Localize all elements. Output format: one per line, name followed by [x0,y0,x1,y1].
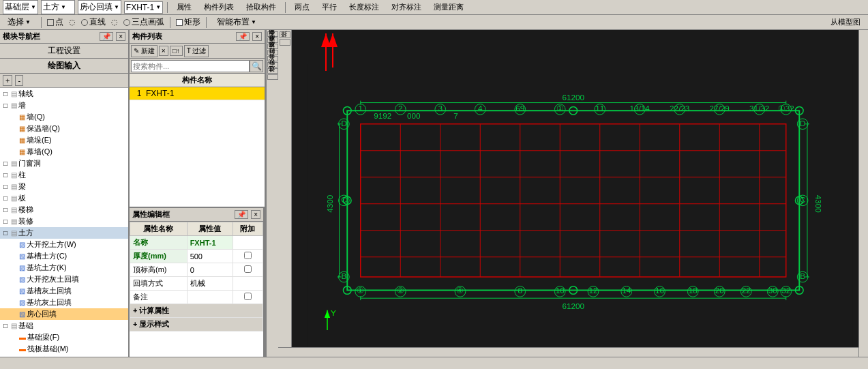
svg-text:C: C [341,195,346,204]
tree-item-wall-q[interactable]: ▦ 墙(Q) [0,111,128,123]
tree-item-wall[interactable]: □ ▤ 墙 [0,100,128,111]
tree-item-curtain[interactable]: ▦ 幕墙(Q) [0,146,128,158]
tree-item-column[interactable]: □ ▤ 柱 [0,169,128,181]
svg-text:3: 3 [438,104,443,113]
rect-checkbox[interactable] [176,19,183,26]
tree-item-slab[interactable]: □ ▤ 板 [0,192,128,204]
attr-value-thickness[interactable]: 500 [187,250,233,263]
attr-section-calc[interactable]: + 计算属性 [130,304,263,318]
tree-item-big-excavation[interactable]: ▧ 大开挖土方(W) [0,239,128,250]
attr-name-topelev: 顶标高(m) [130,263,188,277]
tree-item-insulation[interactable]: ▦ 保温墙(Q) [0,123,128,134]
parallel-button[interactable]: 平行 [317,1,342,14]
close-button[interactable]: × [251,210,260,219]
attr-col-name: 属性名称 [130,222,188,236]
chevron-down-icon: ▼ [155,4,161,10]
dropdown-foundation[interactable]: 基础层 ▼ [3,0,38,14]
svg-text:18: 18 [689,286,698,295]
pin-button[interactable]: 📌 [100,32,113,41]
separator [170,17,170,28]
nonstandard-button[interactable]: 非标准 [267,44,278,49]
tree-item-found-beam[interactable]: ▬ 基础梁(F) [0,331,128,343]
length-mark-button[interactable]: 长度标注 [344,1,384,14]
tree-item-decoration[interactable]: □ ▤ 装修 [0,216,128,227]
pin-button[interactable]: 📌 [236,32,250,41]
from-model-button[interactable]: 从模型图 [826,16,865,29]
attr-value-topelev[interactable]: 0 [187,263,233,277]
merge-button[interactable]: 合并 [267,62,278,68]
side-view-button[interactable]: 侧立面 [267,38,278,43]
delete-component-button[interactable]: × [159,46,168,56]
left-panel: 模块导航栏 📌 × 工程设置 绘图输入 + - □ ▤ 轴线 □ ▤ [0,30,130,357]
pick-canvas-button[interactable]: 择 [280,39,290,46]
front-view-button[interactable]: 正立面 [267,31,278,37]
close-button[interactable]: × [252,32,262,41]
select-button[interactable]: 选择 ▼ [3,15,35,29]
search-button[interactable]: 🔍 [250,60,263,72]
canvas-area[interactable]: 选 择 [278,30,868,357]
earth-icon: ▧ [19,252,25,260]
measure-distance-button[interactable]: 测量距离 [429,1,468,14]
tree-item-doorwindow[interactable]: □ ▤ 门窗洞 [0,158,128,169]
filter-button[interactable]: T 过滤 [184,45,209,57]
attr-row-thickness: 厚度(mm) 500 [130,250,263,263]
filter-sel-button[interactable]: 选过 [267,74,278,80]
tree-item-big-fill[interactable]: ▧ 大开挖灰土回填 [0,274,128,285]
pick-component-button[interactable]: 拾取构件 [241,1,281,14]
split-button[interactable]: 分割 [267,68,278,74]
svg-text:D: D [800,119,805,128]
tree-item-axis[interactable]: □ ▤ 轴线 [0,88,128,100]
tree-item-slot-fill[interactable]: ▧ 基槽灰土回填 [0,285,128,297]
arc-radio[interactable]: 三点画弧 [123,16,164,28]
dropdown-earthwork[interactable]: 土方 ▼ [41,0,75,14]
attr-value-fillmethod[interactable]: 机械 [187,277,233,291]
two-point-button[interactable]: 两点 [290,1,314,14]
attr-section-display[interactable]: + 显示样式 [130,318,263,331]
attr-value-remark[interactable] [187,291,233,304]
attr-check-thickness[interactable] [233,250,263,263]
close-button[interactable]: × [116,32,125,41]
align-mark-button[interactable]: 对齐标注 [387,1,426,14]
svg-text:14: 14 [622,286,631,295]
folder-icon: ▤ [11,218,17,225]
tree-item-beam[interactable]: □ ▤ 梁 [0,181,128,192]
component-list-button[interactable]: 构件列表 [199,1,239,14]
search-bar: 🔍 [130,59,265,74]
attr-row-remark: 备注 [130,291,263,304]
break-button[interactable]: 打断 [267,56,278,61]
pin-button[interactable]: 📌 [235,210,248,219]
tree-item-earthwork[interactable]: □ ▤ 土方 [0,227,128,239]
vertical-scrollbar[interactable] [858,30,868,357]
collapse-button[interactable]: - [15,75,23,86]
tree-item-foundation-earth[interactable]: ▧ 基槽土方(C) [0,250,128,262]
dropdown-roomfill[interactable]: 房心回填 ▼ [78,0,121,14]
dropdown-fxht[interactable]: FXHT-1 ▼ [124,1,163,14]
tree-item-pit-earth[interactable]: ▧ 基坑土方(K) [0,262,128,274]
search-input[interactable] [131,60,250,72]
attr-check-remark[interactable] [233,291,263,304]
tree-item-stair[interactable]: □ ▤ 楼梯 [0,204,128,216]
svg-text:27/29: 27/29 [710,104,730,113]
tree-item-room-fill[interactable]: ▧ 房心回填 [0,308,128,320]
tree-item-wallduo[interactable]: ▦ 墙垛(E) [0,134,128,146]
select-canvas-button[interactable]: 选 [280,31,290,38]
component-row-1[interactable]: 1 FXHT-1 [130,87,265,100]
tree-item-pit-fill[interactable]: ▧ 基坑灰土回填 [0,297,128,308]
engineering-setup[interactable]: 工程设置 [0,44,128,59]
attr-value-name[interactable]: FXHT-1 [187,236,233,250]
standard-floor-button[interactable]: 标准层 [267,50,278,55]
attr-check-topelev[interactable] [233,263,263,277]
new-component-button[interactable]: ✎ 新建 [131,45,158,57]
expand-button[interactable]: + [3,75,12,86]
line-radio[interactable]: 直线 [81,16,106,28]
nav-section: + - [0,74,128,88]
point-checkbox[interactable] [47,19,54,26]
copy-component-button[interactable]: □↑ [170,46,183,56]
smart-layout-button[interactable]: 智能布置 ▼ [212,15,261,29]
horizontal-scrollbar[interactable] [278,347,858,357]
drawing-input[interactable]: 绘图输入 [0,59,128,74]
tree-item-foundation[interactable]: □ ▤ 基础 [0,320,128,331]
tree-item-raft[interactable]: ▬ 筏板基础(M) [0,343,128,355]
comp-panel-title: 构件列表 [132,31,162,42]
property-button[interactable]: 属性 [172,1,196,14]
